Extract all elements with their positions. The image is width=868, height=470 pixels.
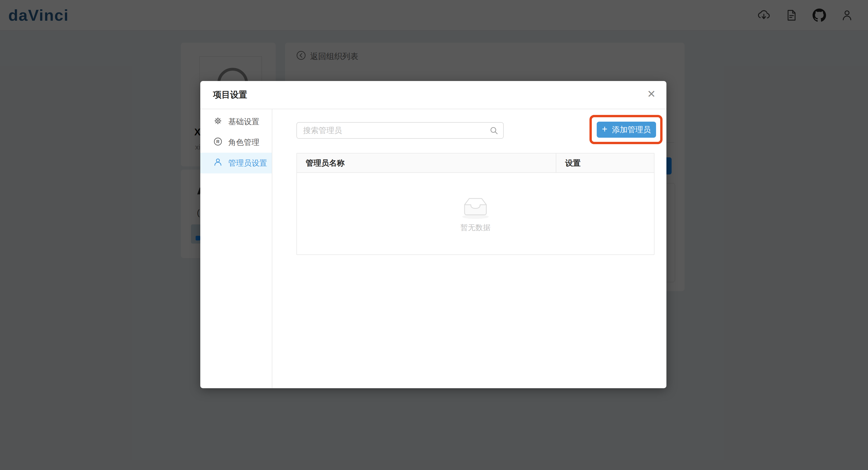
settings-sidebar: 基础设置 R 角色管理 — [200, 109, 272, 388]
application-root: daVinci — [0, 0, 868, 470]
modal-title: 项目设置 — [213, 89, 247, 101]
admin-table: 管理员名称 设置 暂无数据 — [297, 153, 654, 255]
column-admin-name: 管理员名称 — [297, 154, 556, 172]
sidebar-item-basic-settings[interactable]: 基础设置 — [200, 111, 272, 132]
admin-table-empty-state: 暂无数据 — [297, 173, 654, 255]
sidebar-item-admin-settings[interactable]: 管理员设置 — [200, 153, 272, 173]
sidebar-item-label: 基础设置 — [228, 116, 259, 127]
sidebar-item-role-management[interactable]: R 角色管理 — [200, 132, 272, 153]
close-icon[interactable]: ✕ — [644, 86, 659, 102]
plus-icon: + — [602, 125, 607, 134]
svg-text:R: R — [216, 139, 219, 144]
gear-icon — [213, 116, 223, 127]
search-icon — [489, 126, 498, 136]
search-admin-input[interactable] — [297, 122, 504, 139]
sidebar-item-label: 管理员设置 — [228, 158, 267, 168]
admin-settings-panel: 管理员名称 设置 暂无数据 — [272, 109, 666, 388]
empty-text: 暂无数据 — [460, 223, 491, 233]
project-settings-modal: 项目设置 ✕ 基础设置 — [200, 81, 666, 388]
member-icon — [213, 158, 223, 169]
registered-icon: R — [213, 137, 223, 148]
modal-header: 项目设置 ✕ — [200, 81, 666, 109]
column-settings: 设置 — [556, 154, 654, 172]
add-admin-button-label: 添加管理员 — [612, 125, 651, 135]
sidebar-item-label: 角色管理 — [228, 137, 259, 148]
empty-inbox-icon — [459, 195, 492, 221]
admin-table-header: 管理员名称 设置 — [297, 154, 654, 173]
add-admin-button[interactable]: + 添加管理员 — [597, 122, 656, 138]
